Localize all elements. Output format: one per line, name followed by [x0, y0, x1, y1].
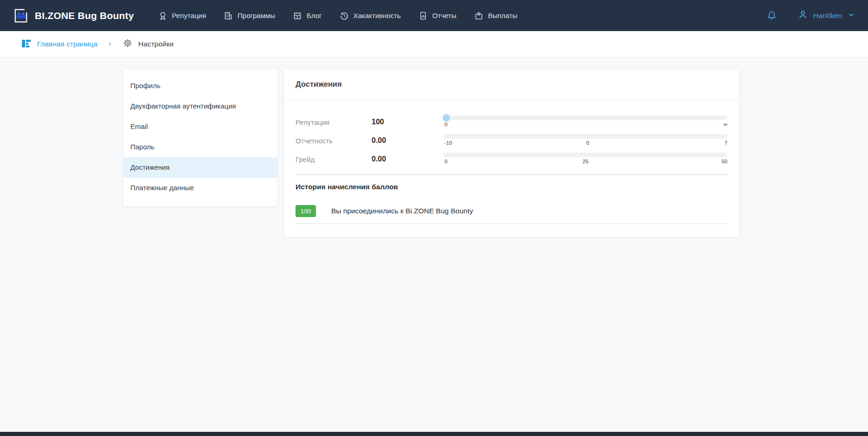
bizone-logo-icon [12, 7, 29, 24]
card-body: Репутация 100 0 ∞ Отчетность 0.00 -10 0 [284, 100, 739, 237]
history-section-title: История начисления баллов [296, 183, 727, 191]
medal-icon [158, 11, 167, 20]
top-navbar: BI.ZONE Bug Bounty Репутация Программы [0, 0, 868, 31]
history-entry: 100 Вы присоединились к Bi.ZONE Bug Boun… [296, 205, 727, 224]
scale-mid-label: 25 [583, 159, 589, 164]
sidebar-item-profile[interactable]: Профиль [123, 76, 277, 96]
brand-title: BI.ZONE Bug Bounty [35, 10, 134, 21]
metric-row-reputation: Репутация 100 0 ∞ [296, 113, 727, 131]
metric-value: 100 [372, 118, 444, 126]
breadcrumb-home-label: Главная страница [37, 40, 97, 48]
username: Han0ken [813, 12, 842, 20]
slider-scale: 0 ∞ [444, 122, 727, 128]
metric-value: 0.00 [372, 155, 444, 163]
metric-row-reporting: Отчетность 0.00 -10 0 7 [296, 131, 727, 150]
scale-mid-label: 0 [586, 140, 589, 146]
nav-item-reports[interactable]: Отчеты [418, 11, 457, 20]
gear-icon [122, 38, 133, 50]
scale-max-label: 50 [721, 159, 727, 164]
footer-edge [0, 432, 868, 436]
building-icon [224, 11, 233, 20]
slider-scale: 0 25 50 [444, 159, 727, 166]
sidebar-item-payment-details[interactable]: Платежные данные [123, 178, 277, 198]
nav-item-label: Отчеты [432, 12, 457, 19]
scale-min-label: 0 [444, 159, 447, 164]
scale-max-label: ∞ [724, 122, 727, 127]
scale-max-label: 7 [725, 140, 727, 146]
chevron-down-icon [847, 10, 856, 21]
person-icon [797, 9, 809, 22]
nav-item-label: Блог [307, 12, 321, 19]
main-nav: Репутация Программы Блог [158, 11, 517, 20]
metric-label: Отчетность [296, 137, 372, 145]
notifications-bell-icon[interactable] [766, 10, 778, 21]
breadcrumb-current: Настройки [122, 38, 174, 50]
breadcrumb-separator-icon [107, 41, 113, 47]
nav-item-label: Хакактивность [354, 12, 401, 19]
history-entry-text: Вы присоединились к Bi.ZONE Bug Bounty [331, 207, 473, 215]
slider-track [444, 153, 727, 157]
nav-item-label: Выплаты [488, 12, 517, 19]
nav-item-reputation[interactable]: Репутация [158, 11, 206, 20]
sidebar-item-password[interactable]: Пароль [123, 137, 277, 157]
sidebar-item-email[interactable]: Email [123, 116, 277, 137]
brand-home-link[interactable]: BI.ZONE Bug Bounty [12, 7, 134, 24]
nav-item-programs[interactable]: Программы [224, 11, 275, 20]
sidebar-item-two-factor[interactable]: Двухфакторная аутентификация [123, 96, 277, 116]
metric-label: Репутация [296, 118, 372, 126]
briefcase-icon [474, 11, 483, 20]
metric-row-grade: Грейд 0.00 0 25 50 [296, 150, 727, 168]
card-header: Достижения [284, 69, 739, 100]
user-menu[interactable]: Han0ken [797, 9, 856, 22]
card-title: Достижения [296, 80, 342, 89]
reputation-slider[interactable]: 0 ∞ [444, 115, 727, 128]
reporting-slider[interactable]: -10 0 7 [444, 134, 727, 147]
slider-scale: -10 0 7 [444, 140, 727, 147]
nav-item-payouts[interactable]: Выплаты [474, 11, 517, 20]
breadcrumb: Главная страница Настройки [0, 31, 868, 58]
slider-track [444, 134, 727, 139]
grade-slider[interactable]: 0 25 50 [444, 153, 727, 166]
nav-item-blog[interactable]: Блог [293, 11, 321, 20]
achievements-card: Достижения Репутация 100 0 ∞ Отчетность … [283, 69, 739, 237]
navbar-right: Han0ken [766, 9, 856, 22]
scale-min-label: 0 [444, 122, 447, 127]
breadcrumb-current-label: Настройки [138, 40, 174, 48]
scale-min-label: -10 [444, 140, 452, 146]
sidebar-item-achievements[interactable]: Достижения [123, 157, 277, 178]
section-divider [296, 174, 727, 175]
newspaper-icon [293, 11, 302, 20]
settings-sidebar: Профиль Двухфакторная аутентификация Ema… [123, 69, 278, 207]
report-icon [418, 11, 428, 20]
nav-item-hacktivity[interactable]: Хакактивность [340, 11, 401, 20]
breadcrumb-home-link[interactable]: Главная страница [21, 38, 97, 51]
nav-item-label: Репутация [172, 12, 206, 19]
metric-label: Грейд [296, 155, 372, 163]
slider-thumb[interactable] [443, 114, 450, 122]
metric-value: 0.00 [372, 136, 444, 145]
dashboard-grid-icon [21, 38, 32, 51]
history-icon [340, 11, 349, 20]
slider-track [444, 115, 727, 120]
nav-item-label: Программы [238, 12, 275, 19]
points-badge: 100 [296, 205, 316, 217]
